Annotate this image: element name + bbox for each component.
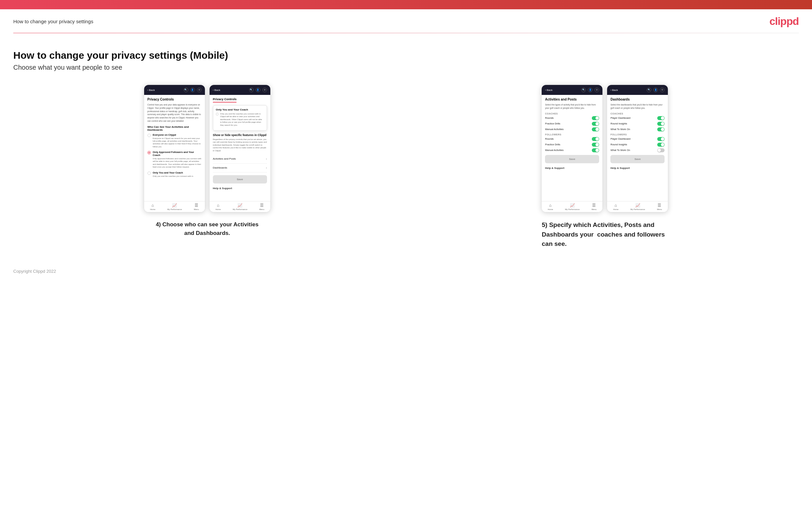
nav-home-label-1: Home	[150, 208, 155, 210]
breadcrumb: How to change your privacy settings	[13, 18, 93, 24]
menu-dashboards-label: Dashboards	[213, 166, 227, 169]
logo: clippd	[769, 15, 799, 27]
nav-menu-1[interactable]: ☰ Menu	[194, 203, 199, 210]
toggle-practice-follow-label: Practice Drills	[545, 143, 560, 146]
toggle-player-dash-coach-switch[interactable]	[657, 116, 665, 120]
nav-home-3[interactable]: ⌂ Home	[548, 203, 553, 210]
option-everyone[interactable]: Everyone on Clippd Everyone on Clippd ca…	[147, 133, 202, 148]
settings-icon[interactable]: ⚙	[197, 88, 202, 92]
toggle-what-to-work-follow-switch[interactable]	[657, 148, 665, 152]
tooltip-desc: Only you and the coaches you connect wit…	[220, 112, 264, 126]
settings-icon-4[interactable]: ⚙	[660, 88, 665, 92]
save-button-2[interactable]: Save	[213, 175, 267, 183]
coaches-label-3: COACHES	[545, 112, 599, 115]
nav-home-label-3: Home	[548, 208, 553, 210]
tooltip-box: Only You and Your Coach Only you and the…	[213, 105, 267, 131]
toggle-what-to-work-coach-switch[interactable]	[657, 127, 665, 131]
phone-4-nav: ⌂ Home 📈 My Performance ☰ Menu	[607, 201, 668, 212]
nav-menu-4[interactable]: ☰ Menu	[657, 203, 662, 210]
coaches-label-4: COACHES	[610, 112, 665, 115]
chevron-dashboards: ›	[266, 166, 267, 170]
save-button-3[interactable]: Save	[545, 155, 599, 163]
profile-icon-2[interactable]: 👤	[256, 88, 260, 92]
profile-icon-3[interactable]: 👤	[588, 88, 593, 92]
radio-you-coach[interactable]	[147, 172, 151, 175]
toggle-rounds-coach-switch[interactable]	[592, 116, 599, 120]
performance-icon-2: 📈	[238, 203, 243, 208]
menu-dashboards[interactable]: Dashboards ›	[213, 164, 267, 173]
top-bar	[0, 0, 812, 9]
nav-home-2[interactable]: ⌂ Home	[215, 203, 221, 210]
show-hide-title: Show or hide specific features in Clippd	[213, 133, 267, 137]
phone-4-body: Dashboards Select the dashboards that yo…	[607, 95, 668, 201]
phone-4-header: ‹ Back 🔍 👤 ⚙	[607, 85, 668, 95]
screenshots-row: ‹ Back 🔍 👤 ⚙ Privacy Controls Control ho…	[13, 84, 799, 249]
search-icon[interactable]: 🔍	[184, 88, 188, 92]
help-support-4: Help & Support	[610, 167, 665, 170]
option-you-coach[interactable]: Only You and Your Coach Only you and the…	[147, 171, 202, 177]
settings-icon-3[interactable]: ⚙	[595, 88, 599, 92]
toggle-round-insights-coach-switch[interactable]	[657, 122, 665, 126]
performance-icon-4: 📈	[635, 203, 640, 208]
phone-1-icons: 🔍 👤 ⚙	[184, 88, 202, 92]
toggle-player-dash-follow-switch[interactable]	[657, 137, 665, 141]
option-approved-title: Only Approved Followers and Your Coach	[153, 151, 202, 157]
phone-4-icons: 🔍 👤 ⚙	[647, 88, 665, 92]
radio-approved[interactable]	[147, 151, 151, 154]
nav-home-4[interactable]: ⌂ Home	[613, 203, 618, 210]
phone-3: ‹ Back 🔍 👤 ⚙ Activities and Posts Select…	[541, 84, 603, 212]
back-btn-3[interactable]: ‹ Back	[545, 89, 552, 92]
search-icon-3[interactable]: 🔍	[581, 88, 586, 92]
toggle-manual-coach: Manual Activities	[545, 127, 599, 131]
nav-menu-3[interactable]: ☰ Menu	[592, 203, 597, 210]
back-label-1: Back	[149, 89, 155, 92]
profile-icon-4[interactable]: 👤	[653, 88, 658, 92]
phone-screens-2: ‹ Back 🔍 👤 ⚙ Activities and Posts Select…	[541, 84, 668, 212]
menu-icon-2: ☰	[260, 203, 264, 208]
nav-performance-4[interactable]: 📈 My Performance	[630, 203, 645, 210]
menu-activities-posts[interactable]: Activities and Posts ›	[213, 155, 267, 164]
tab-privacy-controls[interactable]: Privacy Controls	[213, 98, 237, 103]
back-btn-1[interactable]: ‹ Back	[147, 89, 155, 92]
toggle-practice-follow-switch[interactable]	[592, 143, 599, 147]
caption-1: 4) Choose who can see your Activities an…	[151, 220, 264, 237]
toggle-what-to-work-follow: What To Work On	[610, 148, 665, 152]
nav-performance-3[interactable]: 📈 My Performance	[565, 203, 579, 210]
nav-performance-label-4: My Performance	[630, 208, 645, 210]
option-everyone-desc: Everyone on Clippd can search for you an…	[153, 137, 202, 148]
nav-home-label-2: Home	[215, 208, 221, 210]
toggle-round-insights-coach-label: Round Insights	[610, 122, 627, 125]
home-icon-3: ⌂	[549, 203, 552, 208]
back-btn-4[interactable]: ‹ Back	[610, 89, 618, 92]
toggle-player-dash-follow: Player Dashboard	[610, 137, 665, 141]
nav-performance-2[interactable]: 📈 My Performance	[233, 203, 247, 210]
toggle-manual-coach-switch[interactable]	[592, 127, 599, 131]
screen-1-desc: Control how you and your data appears to…	[147, 103, 202, 123]
settings-icon-2[interactable]: ⚙	[262, 88, 267, 92]
toggle-rounds-follow-label: Rounds	[545, 137, 554, 140]
profile-icon[interactable]: 👤	[190, 88, 195, 92]
option-approved[interactable]: Only Approved Followers and Your Coach O…	[147, 151, 202, 169]
nav-home-label-4: Home	[613, 208, 618, 210]
toggle-round-insights-follow-switch[interactable]	[657, 143, 665, 147]
save-button-4[interactable]: Save	[610, 155, 665, 163]
phone-3-header: ‹ Back 🔍 👤 ⚙	[542, 85, 602, 95]
search-icon-4[interactable]: 🔍	[647, 88, 651, 92]
home-icon-2: ⌂	[217, 203, 219, 208]
toggle-practice-follow: Practice Drills	[545, 143, 599, 147]
toggle-practice-coach-switch[interactable]	[592, 122, 599, 126]
toggle-rounds-follow-switch[interactable]	[592, 137, 599, 141]
nav-home-1[interactable]: ⌂ Home	[150, 203, 155, 210]
tooltip-radio-circle	[216, 113, 218, 115]
radio-everyone[interactable]	[147, 134, 151, 137]
back-btn-2[interactable]: ‹ Back	[213, 89, 220, 92]
toggle-manual-follow-label: Manual Activities	[545, 149, 564, 152]
nav-performance-1[interactable]: 📈 My Performance	[167, 203, 182, 210]
performance-icon-3: 📈	[570, 203, 575, 208]
search-icon-2[interactable]: 🔍	[249, 88, 254, 92]
screen-3-desc: Select the types of activity that you'd …	[545, 103, 599, 110]
toggle-manual-follow-switch[interactable]	[592, 148, 599, 152]
nav-menu-2[interactable]: ☰ Menu	[259, 203, 264, 210]
screenshot-group-2: ‹ Back 🔍 👤 ⚙ Activities and Posts Select…	[411, 84, 799, 249]
toggle-round-insights-coach: Round Insights	[610, 122, 665, 126]
